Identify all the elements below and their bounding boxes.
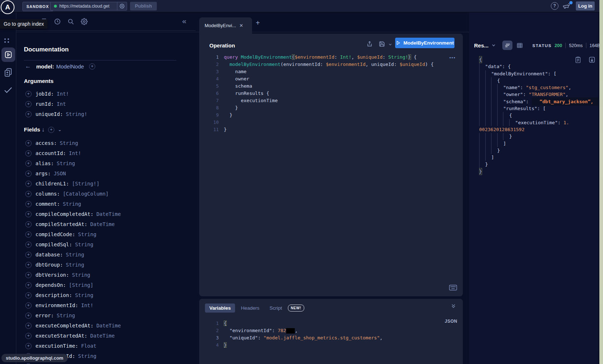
- field-type[interactable]: String: [66, 252, 84, 258]
- field-type[interactable]: String: [78, 353, 97, 359]
- tab-headers[interactable]: Headers: [241, 305, 259, 311]
- back-arrow-icon[interactable]: ←: [25, 63, 31, 70]
- endpoint-settings-button[interactable]: [117, 2, 127, 10]
- add-field-button[interactable]: +: [25, 191, 32, 197]
- response-json-viewer[interactable]: {"data": {"modelByEnvironment": [{"name"…: [479, 56, 597, 175]
- add-field-button[interactable]: +: [25, 231, 32, 238]
- add-field-button[interactable]: +: [25, 313, 32, 319]
- field-name[interactable]: database:: [35, 252, 63, 258]
- add-field-button[interactable]: +: [25, 252, 32, 258]
- apollo-logo[interactable]: A: [1, 0, 14, 14]
- share-button[interactable]: [367, 41, 373, 47]
- add-field-button[interactable]: +: [25, 91, 32, 97]
- settings-button[interactable]: [81, 18, 88, 25]
- field-name[interactable]: compiledSql:: [35, 242, 72, 247]
- endpoint-url-input[interactable]: https://metadata.cloud.get: [50, 2, 127, 11]
- tab-script[interactable]: Script: [269, 305, 282, 311]
- field-name[interactable]: accountId:: [35, 150, 66, 156]
- add-field-button[interactable]: +: [25, 201, 32, 207]
- field-name[interactable]: dbtGroup:: [35, 262, 63, 268]
- add-field-button[interactable]: +: [25, 221, 32, 227]
- field-name[interactable]: compileCompletedAt:: [35, 211, 93, 217]
- field-name[interactable]: error:: [35, 313, 54, 318]
- field-type[interactable]: String!: [66, 111, 87, 117]
- collapse-sidebar-button[interactable]: «: [182, 17, 187, 25]
- run-operation-button[interactable]: ModelByEnvironment: [395, 38, 455, 48]
- add-field-button[interactable]: +: [25, 242, 32, 248]
- save-button[interactable]: [379, 41, 385, 47]
- field-name[interactable]: alias:: [35, 160, 54, 166]
- field-type[interactable]: Float: [81, 343, 96, 349]
- variables-editor[interactable]: 1{2 "environmentId": 782,3 "uniqueId": "…: [206, 320, 456, 349]
- field-type[interactable]: Int: [57, 101, 66, 107]
- field-name[interactable]: dbtVersion:: [35, 272, 69, 278]
- field-type[interactable]: String: [75, 242, 93, 247]
- field-name[interactable]: uniqueId:: [35, 111, 63, 117]
- field-name[interactable]: executionTime:: [35, 343, 78, 349]
- field-name[interactable]: jobId:: [35, 91, 54, 97]
- field-type[interactable]: String: [63, 201, 81, 207]
- add-field-button[interactable]: +: [25, 181, 32, 187]
- announcements-button[interactable]: [562, 3, 570, 10]
- login-button[interactable]: Log in: [576, 1, 595, 11]
- view-as-table-toggle[interactable]: [515, 41, 525, 50]
- field-name[interactable]: dependsOn:: [35, 282, 66, 288]
- add-field-button[interactable]: +: [25, 111, 32, 117]
- field-name[interactable]: environmentId:: [35, 302, 78, 308]
- add-all-fields-button[interactable]: +: [89, 63, 95, 70]
- field-type[interactable]: DateTime: [90, 333, 114, 339]
- tab-variables[interactable]: Variables: [205, 304, 235, 313]
- chevron-down-icon[interactable]: ⌄: [58, 127, 62, 132]
- field-type[interactable]: [String!]: [72, 181, 100, 187]
- close-tab-icon[interactable]: ✕: [239, 23, 243, 28]
- add-field-button[interactable]: +: [25, 333, 32, 339]
- field-name[interactable]: comment:: [35, 201, 60, 207]
- field-type[interactable]: String: [57, 313, 75, 318]
- field-type[interactable]: DateTime: [96, 323, 121, 329]
- search-button[interactable]: [67, 18, 74, 25]
- field-type[interactable]: DateTime: [96, 211, 121, 217]
- field-name[interactable]: compileStartedAt:: [35, 221, 87, 227]
- field-type[interactable]: Int!: [81, 302, 93, 308]
- add-field-button[interactable]: +: [25, 343, 32, 349]
- collapse-variables-button[interactable]: [451, 304, 456, 309]
- help-button[interactable]: ?: [551, 2, 558, 10]
- publish-button[interactable]: Publish: [130, 2, 157, 11]
- field-name[interactable]: access:: [35, 140, 57, 146]
- add-field-button[interactable]: +: [25, 211, 32, 217]
- field-type[interactable]: JSON: [54, 171, 66, 176]
- operation-editor[interactable]: 1query ModelByEnvironment($environmentId…: [206, 54, 456, 133]
- field-name[interactable]: executeCompletedAt:: [35, 323, 93, 329]
- add-field-button[interactable]: +: [25, 272, 32, 278]
- save-options-chevron[interactable]: [388, 42, 392, 46]
- field-name[interactable]: args:: [35, 171, 51, 176]
- field-name[interactable]: childrenL1:: [35, 181, 69, 187]
- field-type[interactable]: String: [72, 272, 91, 278]
- field-name[interactable]: compiledCode:: [35, 231, 75, 237]
- add-field-button[interactable]: +: [25, 302, 32, 309]
- add-field-button[interactable]: +: [25, 160, 32, 167]
- sidebar-item-schema[interactable]: [4, 68, 12, 77]
- field-name[interactable]: runId:: [35, 101, 54, 107]
- add-fields-button[interactable]: +: [48, 127, 54, 133]
- field-type[interactable]: String: [78, 231, 97, 237]
- add-field-button[interactable]: +: [25, 323, 32, 329]
- field-name[interactable]: description:: [35, 292, 72, 298]
- add-field-button[interactable]: +: [25, 150, 32, 156]
- add-field-button[interactable]: +: [25, 171, 32, 177]
- field-type[interactable]: String: [75, 292, 93, 298]
- graph-index-icon[interactable]: [4, 38, 10, 43]
- add-field-button[interactable]: +: [25, 282, 32, 288]
- add-field-button[interactable]: +: [25, 140, 32, 146]
- field-type[interactable]: [String]: [69, 282, 93, 288]
- field-name[interactable]: executeStartedAt:: [35, 333, 87, 339]
- field-type[interactable]: Int!: [69, 150, 81, 156]
- sidebar-item-checks[interactable]: [4, 87, 12, 93]
- field-type[interactable]: String: [66, 262, 84, 268]
- keyboard-shortcuts-button[interactable]: [449, 285, 457, 291]
- field-type[interactable]: Int!: [57, 91, 69, 97]
- field-name[interactable]: columns:: [35, 191, 60, 197]
- field-type[interactable]: String: [60, 140, 78, 146]
- add-field-button[interactable]: +: [25, 292, 32, 298]
- add-field-button[interactable]: +: [25, 101, 32, 107]
